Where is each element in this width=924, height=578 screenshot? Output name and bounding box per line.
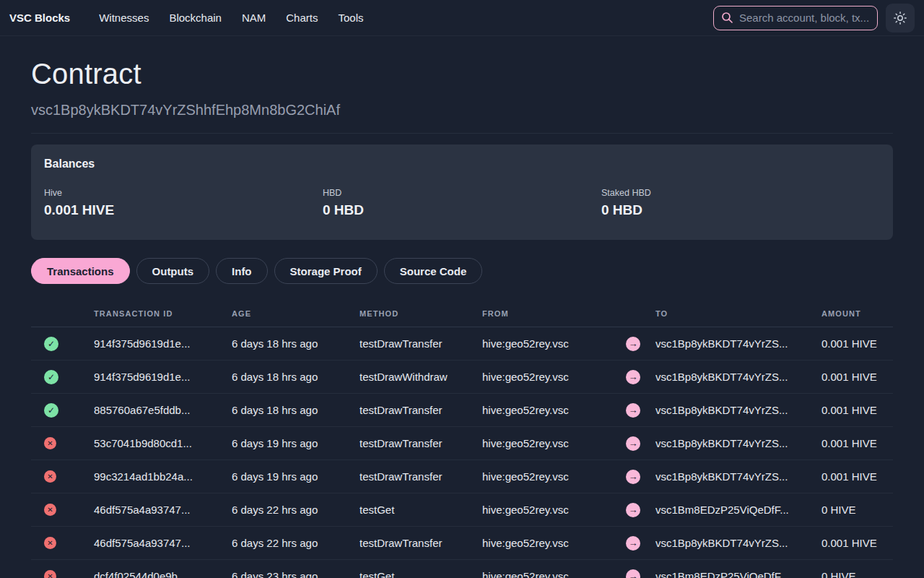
from-address-link[interactable]: hive:geo52rey.vsc: [482, 537, 611, 549]
from-address-link[interactable]: hive:geo52rey.vsc: [482, 404, 611, 416]
method-cell: testDrawTransfer: [359, 537, 482, 549]
table-row: dcf4f02544d0e9b... 6 days 23 hrs ago tes…: [31, 560, 893, 578]
tab-source-code[interactable]: Source Code: [384, 258, 483, 284]
nav-item-blockchain[interactable]: Blockchain: [169, 12, 222, 24]
nav-item-nam[interactable]: NAM: [242, 12, 266, 24]
from-address-link[interactable]: hive:geo52rey.vsc: [482, 504, 611, 516]
transaction-id-link[interactable]: dcf4f02544d0e9b...: [94, 570, 232, 578]
balances-card: Balances Hive 0.001 HIVE HBD 0 HBD Stake…: [31, 144, 893, 240]
brand-logo[interactable]: VSC Blocks: [9, 12, 70, 24]
search-box[interactable]: [713, 6, 878, 30]
header-amount: Amount: [821, 309, 893, 318]
transaction-id-link[interactable]: 99c3214ad1bb24a...: [94, 470, 232, 483]
from-address-link[interactable]: hive:geo52rey.vsc: [482, 437, 611, 449]
amount-cell: 0 HIVE: [821, 504, 893, 516]
to-address-link[interactable]: vsc1Bp8ykBKDT74vYrZS...: [655, 404, 821, 416]
top-navigation: VSC Blocks Witnesses Blockchain NAM Char…: [0, 0, 924, 36]
table-row: 914f375d9619d1e... 6 days 18 hrs ago tes…: [31, 361, 893, 394]
search-input[interactable]: [739, 12, 870, 24]
status-check-icon: [44, 403, 58, 418]
main-content: Contract vsc1Bp8ykBKDT74vYrZShhfEhp8Mn8b…: [0, 58, 924, 578]
balance-label: Staked HBD: [601, 188, 880, 198]
amount-cell: 0.001 HIVE: [821, 371, 893, 383]
tab-storage-proof[interactable]: Storage Proof: [274, 258, 378, 284]
table-row: 46df575a4a93747... 6 days 22 hrs ago tes…: [31, 527, 893, 560]
age-cell: 6 days 18 hrs ago: [232, 337, 359, 350]
status-x-icon: [44, 504, 56, 516]
tab-transactions[interactable]: Transactions: [31, 258, 130, 284]
balance-label: Hive: [44, 188, 323, 198]
from-address-link[interactable]: hive:geo52rey.vsc: [482, 570, 611, 578]
amount-cell: 0.001 HIVE: [821, 337, 893, 350]
status-x-icon: [44, 437, 56, 449]
age-cell: 6 days 18 hrs ago: [232, 404, 359, 416]
to-address-link[interactable]: vsc1Bm8EDzP25ViQeDfF...: [655, 570, 821, 578]
amount-cell: 0.001 HIVE: [821, 537, 893, 549]
method-cell: testGet: [359, 504, 482, 516]
age-cell: 6 days 22 hrs ago: [232, 504, 359, 516]
balance-hbd: HBD 0 HBD: [323, 188, 601, 218]
divider: [31, 133, 893, 134]
header-method: Method: [359, 309, 482, 318]
arrow-right-icon: [626, 337, 640, 351]
header-from: From: [482, 309, 611, 318]
from-address-link[interactable]: hive:geo52rey.vsc: [482, 470, 611, 483]
amount-cell: 0.001 HIVE: [821, 404, 893, 416]
method-cell: testDrawTransfer: [359, 437, 482, 449]
header-to: To: [655, 309, 821, 318]
nav-right: [713, 4, 915, 33]
status-x-icon: [44, 537, 56, 549]
nav-item-tools[interactable]: Tools: [338, 12, 363, 24]
table-row: 99c3214ad1bb24a... 6 days 19 hrs ago tes…: [31, 460, 893, 493]
status-check-icon: [44, 337, 58, 351]
page-title: Contract: [31, 58, 893, 90]
amount-cell: 0 HIVE: [821, 570, 893, 578]
arrow-right-icon: [626, 536, 640, 551]
arrow-right-icon: [626, 569, 640, 578]
age-cell: 6 days 18 hrs ago: [232, 371, 359, 383]
transaction-id-link[interactable]: 914f375d9619d1e...: [94, 371, 232, 383]
method-cell: testDrawTransfer: [359, 470, 482, 483]
status-x-icon: [44, 570, 56, 578]
from-address-link[interactable]: hive:geo52rey.vsc: [482, 337, 611, 350]
age-cell: 6 days 19 hrs ago: [232, 437, 359, 449]
to-address-link[interactable]: vsc1Bm8EDzP25ViQeDfF...: [655, 504, 821, 516]
arrow-right-icon: [626, 436, 640, 451]
method-cell: testDrawWithdraw: [359, 371, 482, 383]
theme-toggle-button[interactable]: [886, 4, 915, 33]
table-row: 914f375d9619d1e... 6 days 18 hrs ago tes…: [31, 327, 893, 361]
transactions-table: Transaction ID Age Method From To Amount…: [31, 300, 893, 578]
tab-info[interactable]: Info: [216, 258, 268, 284]
transaction-id-link[interactable]: 914f375d9619d1e...: [94, 337, 232, 350]
balances-grid: Hive 0.001 HIVE HBD 0 HBD Staked HBD 0 H…: [44, 188, 880, 218]
transaction-id-link[interactable]: 885760a67e5fddb...: [94, 404, 232, 416]
balance-staked-hbd: Staked HBD 0 HBD: [601, 188, 880, 218]
arrow-right-icon: [626, 370, 640, 384]
nav-item-witnesses[interactable]: Witnesses: [99, 12, 149, 24]
transaction-id-link[interactable]: 46df575a4a93747...: [94, 537, 232, 549]
to-address-link[interactable]: vsc1Bp8ykBKDT74vYrZS...: [655, 470, 821, 483]
table-row: 885760a67e5fddb... 6 days 18 hrs ago tes…: [31, 394, 893, 427]
balance-label: HBD: [323, 188, 601, 198]
amount-cell: 0.001 HIVE: [821, 437, 893, 449]
nav-links: Witnesses Blockchain NAM Charts Tools: [99, 12, 363, 24]
sun-icon: [894, 12, 907, 25]
amount-cell: 0.001 HIVE: [821, 470, 893, 483]
to-address-link[interactable]: vsc1Bp8ykBKDT74vYrZS...: [655, 537, 821, 549]
transaction-id-link[interactable]: 53c7041b9d80cd1...: [94, 437, 232, 449]
age-cell: 6 days 22 hrs ago: [232, 537, 359, 549]
arrow-right-icon: [626, 470, 640, 484]
to-address-link[interactable]: vsc1Bp8ykBKDT74vYrZS...: [655, 337, 821, 350]
balances-title: Balances: [44, 158, 880, 171]
tab-outputs[interactable]: Outputs: [136, 258, 210, 284]
transaction-id-link[interactable]: 46df575a4a93747...: [94, 504, 232, 516]
age-cell: 6 days 23 hrs ago: [232, 570, 359, 578]
nav-item-charts[interactable]: Charts: [286, 12, 318, 24]
contract-address: vsc1Bp8ykBKDT74vYrZShhfEhp8Mn8bG2ChiAf: [31, 102, 893, 118]
to-address-link[interactable]: vsc1Bp8ykBKDT74vYrZS...: [655, 437, 821, 449]
header-transaction-id: Transaction ID: [94, 309, 232, 318]
to-address-link[interactable]: vsc1Bp8ykBKDT74vYrZS...: [655, 371, 821, 383]
method-cell: testDrawTransfer: [359, 404, 482, 416]
balance-value: 0 HBD: [323, 202, 601, 218]
from-address-link[interactable]: hive:geo52rey.vsc: [482, 371, 611, 383]
